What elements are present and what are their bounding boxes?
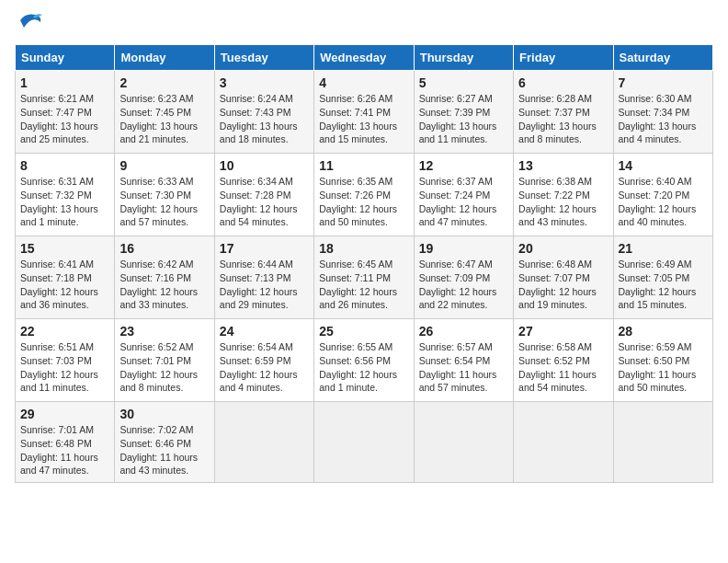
calendar-cell: 4Sunrise: 6:26 AMSunset: 7:41 PMDaylight… bbox=[314, 71, 414, 154]
calendar-cell: 13Sunrise: 6:38 AMSunset: 7:22 PMDayligh… bbox=[514, 154, 613, 236]
day-info: Sunrise: 6:27 AMSunset: 7:39 PMDaylight:… bbox=[419, 92, 508, 146]
weekday-header-row: SundayMondayTuesdayWednesdayThursdayFrid… bbox=[16, 45, 713, 71]
day-number: 26 bbox=[419, 324, 508, 339]
calendar-cell: 17Sunrise: 6:44 AMSunset: 7:13 PMDayligh… bbox=[214, 236, 313, 319]
day-number: 24 bbox=[220, 324, 309, 339]
calendar-cell: 28Sunrise: 6:59 AMSunset: 6:50 PMDayligh… bbox=[613, 319, 712, 402]
day-info: Sunrise: 6:49 AMSunset: 7:05 PMDaylight:… bbox=[619, 258, 708, 312]
calendar-cell: 18Sunrise: 6:45 AMSunset: 7:11 PMDayligh… bbox=[314, 236, 414, 319]
day-info: Sunrise: 6:31 AMSunset: 7:32 PMDaylight:… bbox=[20, 175, 109, 229]
calendar-cell: 19Sunrise: 6:47 AMSunset: 7:09 PMDayligh… bbox=[414, 236, 513, 319]
calendar-cell: 7Sunrise: 6:30 AMSunset: 7:34 PMDaylight… bbox=[613, 71, 712, 154]
calendar-cell: 16Sunrise: 6:42 AMSunset: 7:16 PMDayligh… bbox=[115, 236, 214, 319]
day-info: Sunrise: 6:57 AMSunset: 6:54 PMDaylight:… bbox=[419, 340, 508, 395]
day-number: 17 bbox=[220, 241, 309, 256]
day-info: Sunrise: 6:26 AMSunset: 7:41 PMDaylight:… bbox=[319, 92, 408, 146]
day-info: Sunrise: 6:58 AMSunset: 6:52 PMDaylight:… bbox=[518, 340, 608, 395]
day-number: 25 bbox=[319, 324, 408, 339]
calendar-cell: 29Sunrise: 7:01 AMSunset: 6:48 PMDayligh… bbox=[16, 402, 115, 483]
calendar-cell: 15Sunrise: 6:41 AMSunset: 7:18 PMDayligh… bbox=[16, 236, 115, 319]
day-info: Sunrise: 6:30 AMSunset: 7:34 PMDaylight:… bbox=[619, 92, 708, 146]
calendar-cell: 9Sunrise: 6:33 AMSunset: 7:30 PMDaylight… bbox=[115, 154, 214, 236]
day-info: Sunrise: 6:45 AMSunset: 7:11 PMDaylight:… bbox=[319, 258, 408, 312]
day-info: Sunrise: 6:47 AMSunset: 7:09 PMDaylight:… bbox=[419, 258, 508, 312]
calendar-cell: 30Sunrise: 7:02 AMSunset: 6:46 PMDayligh… bbox=[115, 402, 214, 483]
day-info: Sunrise: 6:23 AMSunset: 7:45 PMDaylight:… bbox=[119, 92, 209, 146]
calendar-cell: 21Sunrise: 6:49 AMSunset: 7:05 PMDayligh… bbox=[613, 236, 712, 319]
day-info: Sunrise: 6:35 AMSunset: 7:26 PMDaylight:… bbox=[319, 175, 408, 229]
weekday-header-thursday: Thursday bbox=[414, 45, 513, 71]
day-number: 27 bbox=[518, 324, 608, 339]
day-info: Sunrise: 6:24 AMSunset: 7:43 PMDaylight:… bbox=[220, 92, 309, 146]
day-number: 22 bbox=[20, 324, 109, 339]
day-info: Sunrise: 6:51 AMSunset: 7:03 PMDaylight:… bbox=[20, 340, 109, 395]
weekday-header-monday: Monday bbox=[115, 45, 214, 71]
calendar-week-row: 15Sunrise: 6:41 AMSunset: 7:18 PMDayligh… bbox=[16, 236, 713, 319]
day-number: 8 bbox=[20, 158, 109, 173]
day-info: Sunrise: 6:52 AMSunset: 7:01 PMDaylight:… bbox=[119, 340, 209, 395]
day-number: 21 bbox=[619, 241, 708, 256]
day-info: Sunrise: 7:02 AMSunset: 6:46 PMDaylight:… bbox=[119, 423, 209, 477]
calendar-cell: 20Sunrise: 6:48 AMSunset: 7:07 PMDayligh… bbox=[514, 236, 613, 319]
day-number: 2 bbox=[119, 75, 209, 90]
day-number: 16 bbox=[119, 241, 209, 256]
day-number: 28 bbox=[619, 324, 708, 339]
calendar-week-row: 1Sunrise: 6:21 AMSunset: 7:47 PMDaylight… bbox=[16, 71, 713, 154]
day-info: Sunrise: 6:41 AMSunset: 7:18 PMDaylight:… bbox=[20, 258, 109, 312]
day-info: Sunrise: 6:38 AMSunset: 7:22 PMDaylight:… bbox=[518, 175, 608, 229]
day-info: Sunrise: 6:21 AMSunset: 7:47 PMDaylight:… bbox=[20, 92, 109, 146]
day-info: Sunrise: 6:54 AMSunset: 6:59 PMDaylight:… bbox=[220, 340, 309, 395]
weekday-header-saturday: Saturday bbox=[613, 45, 712, 71]
day-info: Sunrise: 6:59 AMSunset: 6:50 PMDaylight:… bbox=[619, 340, 708, 395]
day-number: 14 bbox=[619, 158, 708, 173]
calendar-week-row: 22Sunrise: 6:51 AMSunset: 7:03 PMDayligh… bbox=[16, 319, 713, 402]
calendar-cell: 24Sunrise: 6:54 AMSunset: 6:59 PMDayligh… bbox=[214, 319, 313, 402]
weekday-header-tuesday: Tuesday bbox=[214, 45, 313, 71]
calendar-cell: 14Sunrise: 6:40 AMSunset: 7:20 PMDayligh… bbox=[613, 154, 712, 236]
day-info: Sunrise: 6:33 AMSunset: 7:30 PMDaylight:… bbox=[119, 175, 209, 229]
calendar-week-row: 8Sunrise: 6:31 AMSunset: 7:32 PMDaylight… bbox=[16, 154, 713, 236]
day-info: Sunrise: 6:40 AMSunset: 7:20 PMDaylight:… bbox=[619, 175, 708, 229]
calendar-cell: 12Sunrise: 6:37 AMSunset: 7:24 PMDayligh… bbox=[414, 154, 513, 236]
day-number: 3 bbox=[220, 75, 309, 90]
day-number: 6 bbox=[518, 75, 608, 90]
logo bbox=[15, 15, 42, 37]
calendar-cell bbox=[214, 402, 313, 483]
calendar-cell: 2Sunrise: 6:23 AMSunset: 7:45 PMDaylight… bbox=[115, 71, 214, 154]
calendar-cell: 27Sunrise: 6:58 AMSunset: 6:52 PMDayligh… bbox=[514, 319, 613, 402]
calendar-cell: 5Sunrise: 6:27 AMSunset: 7:39 PMDaylight… bbox=[414, 71, 513, 154]
day-number: 23 bbox=[119, 324, 209, 339]
page-header bbox=[15, 15, 713, 37]
calendar-cell bbox=[613, 402, 712, 483]
day-info: Sunrise: 6:44 AMSunset: 7:13 PMDaylight:… bbox=[220, 258, 309, 312]
day-number: 18 bbox=[319, 241, 408, 256]
weekday-header-sunday: Sunday bbox=[16, 45, 115, 71]
calendar-cell: 23Sunrise: 6:52 AMSunset: 7:01 PMDayligh… bbox=[115, 319, 214, 402]
calendar-cell: 11Sunrise: 6:35 AMSunset: 7:26 PMDayligh… bbox=[314, 154, 414, 236]
day-number: 11 bbox=[319, 158, 408, 173]
logo-bird-icon bbox=[17, 11, 42, 31]
calendar-week-row: 29Sunrise: 7:01 AMSunset: 6:48 PMDayligh… bbox=[16, 402, 713, 483]
day-info: Sunrise: 6:55 AMSunset: 6:56 PMDaylight:… bbox=[319, 340, 408, 395]
calendar-table: SundayMondayTuesdayWednesdayThursdayFrid… bbox=[15, 44, 713, 483]
day-number: 10 bbox=[220, 158, 309, 173]
day-number: 19 bbox=[419, 241, 508, 256]
weekday-header-wednesday: Wednesday bbox=[314, 45, 414, 71]
day-number: 20 bbox=[518, 241, 608, 256]
calendar-cell: 26Sunrise: 6:57 AMSunset: 6:54 PMDayligh… bbox=[414, 319, 513, 402]
weekday-header-friday: Friday bbox=[514, 45, 613, 71]
day-number: 5 bbox=[419, 75, 508, 90]
day-info: Sunrise: 6:28 AMSunset: 7:37 PMDaylight:… bbox=[518, 92, 608, 146]
calendar-cell: 1Sunrise: 6:21 AMSunset: 7:47 PMDaylight… bbox=[16, 71, 115, 154]
day-number: 30 bbox=[119, 407, 209, 421]
calendar-cell: 25Sunrise: 6:55 AMSunset: 6:56 PMDayligh… bbox=[314, 319, 414, 402]
day-number: 12 bbox=[419, 158, 508, 173]
day-number: 4 bbox=[319, 75, 408, 90]
day-number: 9 bbox=[119, 158, 209, 173]
day-info: Sunrise: 6:48 AMSunset: 7:07 PMDaylight:… bbox=[518, 258, 608, 312]
day-number: 29 bbox=[20, 407, 109, 421]
calendar-cell: 22Sunrise: 6:51 AMSunset: 7:03 PMDayligh… bbox=[16, 319, 115, 402]
day-number: 7 bbox=[619, 75, 708, 90]
calendar-cell: 8Sunrise: 6:31 AMSunset: 7:32 PMDaylight… bbox=[16, 154, 115, 236]
day-number: 1 bbox=[20, 75, 109, 90]
